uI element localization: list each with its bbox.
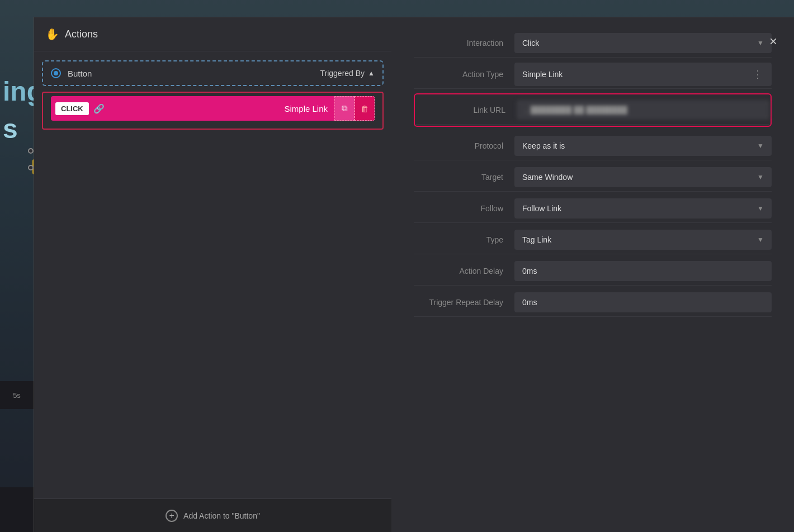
actions-area: CLICK 🔗 Simple Link ⧉ 🗑 — [42, 92, 384, 130]
type-label: Type — [414, 235, 514, 244]
follow-dropdown[interactable]: Follow Link ▼ — [514, 198, 772, 218]
link-url-input[interactable]: .. ████████ ██ ████████ — [517, 100, 769, 120]
add-action-plus-icon: + — [166, 510, 178, 522]
protocol-chevron-icon: ▼ — [757, 142, 764, 150]
triggered-by-bar[interactable]: Button Triggered By ▲ — [42, 60, 384, 86]
interaction-row: Interaction Click ▼ — [414, 28, 772, 58]
element-label: Button — [68, 69, 313, 78]
action-type-dropdown[interactable]: Simple Link ⋮ — [514, 63, 772, 86]
protocol-value: Keep as it is — [522, 141, 565, 150]
plus-symbol: + — [169, 511, 174, 520]
link-icon: 🔗 — [93, 103, 105, 114]
copy-icon: ⧉ — [342, 103, 348, 113]
target-row: Target Same Window ▼ — [414, 163, 772, 192]
follow-chevron-icon: ▼ — [757, 205, 764, 212]
dialog-header: ✋ Actions — [34, 17, 391, 51]
click-badge: CLICK — [55, 102, 89, 115]
close-button[interactable]: × — [769, 34, 777, 49]
action-type-dots-icon: ⋮ — [753, 68, 764, 80]
link-url-highlighted-border: Link URL .. ████████ ██ ████████ — [414, 93, 772, 127]
handle-bottom — [28, 165, 34, 170]
type-value: Tag Link — [522, 235, 551, 244]
action-delay-input[interactable]: 0ms — [514, 261, 772, 281]
type-chevron-icon: ▼ — [757, 236, 764, 244]
action-type-row: Action Type Simple Link ⋮ — [414, 60, 772, 89]
action-delay-value: 0ms — [522, 267, 537, 276]
right-panel: × Interaction Click ▼ Action Type Simple… — [391, 17, 794, 532]
handle-top — [28, 148, 34, 154]
timeline-indicator: 5s — [0, 381, 34, 409]
chevron-up-icon: ▲ — [368, 69, 375, 77]
protocol-row: Protocol Keep as it is ▼ — [414, 131, 772, 160]
actions-dialog: ✋ Actions Button Triggered By ▲ CLICK 🔗 … — [34, 17, 794, 532]
add-action-label: Add Action to "Button" — [183, 511, 260, 520]
action-row[interactable]: CLICK 🔗 Simple Link ⧉ 🗑 — [51, 96, 375, 121]
action-label: Simple Link — [105, 104, 334, 113]
trigger-repeat-delay-row: Trigger Repeat Delay 0ms — [414, 288, 772, 317]
interaction-dropdown[interactable]: Click ▼ — [514, 33, 772, 53]
trigger-repeat-delay-label: Trigger Repeat Delay — [414, 298, 514, 307]
trigger-repeat-delay-input[interactable]: 0ms — [514, 292, 772, 312]
action-type-label: Action Type — [414, 70, 514, 79]
dialog-title: Actions — [65, 28, 380, 40]
action-type-value: Simple Link — [522, 70, 563, 79]
type-dropdown[interactable]: Tag Link ▼ — [514, 230, 772, 250]
target-value: Same Window — [522, 173, 573, 182]
type-row: Type Tag Link ▼ — [414, 225, 772, 254]
link-url-label: Link URL — [416, 106, 517, 115]
interaction-chevron-icon: ▼ — [757, 39, 764, 47]
target-dropdown[interactable]: Same Window ▼ — [514, 167, 772, 187]
left-panel: ✋ Actions Button Triggered By ▲ CLICK 🔗 … — [34, 17, 391, 532]
protocol-dropdown[interactable]: Keep as it is ▼ — [514, 136, 772, 156]
radio-button[interactable] — [51, 68, 61, 78]
delete-action-button[interactable]: 🗑 — [355, 96, 375, 121]
triggered-by-text: Triggered By — [320, 69, 365, 78]
delete-icon: 🗑 — [361, 104, 369, 113]
follow-value: Follow Link — [522, 204, 561, 213]
action-delay-label: Action Delay — [414, 267, 514, 276]
follow-label: Follow — [414, 204, 514, 213]
link-url-row: Link URL .. ████████ ██ ████████ — [416, 96, 769, 125]
target-label: Target — [414, 173, 514, 182]
timeline-label: 5s — [13, 391, 21, 400]
interaction-value: Click — [522, 39, 539, 48]
protocol-label: Protocol — [414, 141, 514, 150]
follow-row: Follow Follow Link ▼ — [414, 194, 772, 223]
action-delay-row: Action Delay 0ms — [414, 256, 772, 286]
trigger-repeat-delay-value: 0ms — [522, 298, 537, 307]
target-chevron-icon: ▼ — [757, 173, 764, 181]
interaction-label: Interaction — [414, 39, 514, 48]
copy-action-button[interactable]: ⧉ — [334, 96, 355, 121]
add-action-footer[interactable]: + Add Action to "Button" — [34, 498, 391, 532]
dialog-icon: ✋ — [45, 27, 59, 41]
link-url-value-text: .. ████████ ██ ████████ — [524, 106, 627, 114]
triggered-by-control[interactable]: Triggered By ▲ — [320, 69, 375, 78]
